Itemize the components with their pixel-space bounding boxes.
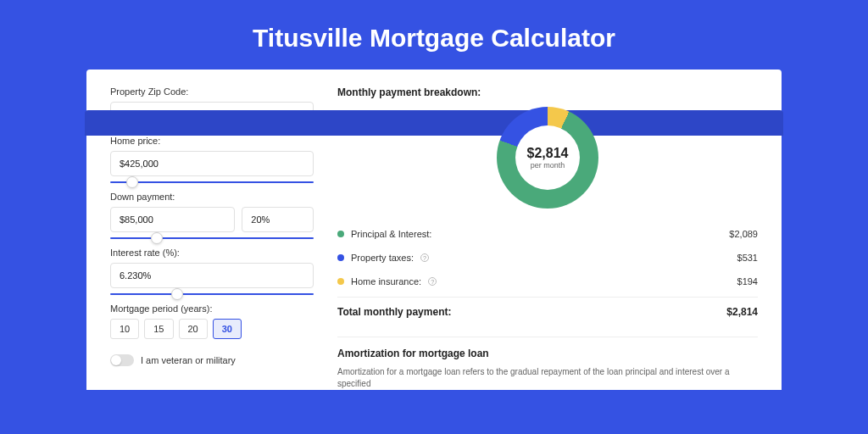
legend-principal-interest: Principal & Interest: $2,089	[337, 222, 758, 246]
slider-thumb[interactable]	[171, 288, 183, 300]
interest-rate-slider[interactable]	[110, 293, 314, 295]
home-price-label: Home price:	[110, 136, 314, 146]
legend-label: Property taxes:	[351, 253, 414, 263]
period-label: Mortgage period (years):	[110, 303, 314, 314]
legend-value: $194	[737, 276, 758, 287]
zip-label: Property Zip Code:	[110, 86, 314, 97]
total-label: Total monthly payment:	[337, 306, 451, 318]
donut-amount: $2,814	[527, 146, 569, 161]
page-title: Titusville Mortgage Calculator	[0, 0, 868, 70]
slider-thumb[interactable]	[126, 176, 138, 188]
dot-icon	[337, 231, 344, 237]
home-price-input[interactable]	[110, 151, 314, 176]
donut-center: $2,814 per month	[527, 146, 569, 170]
veteran-toggle[interactable]	[110, 354, 134, 366]
help-icon[interactable]: ?	[428, 277, 437, 286]
interest-rate-input[interactable]	[110, 263, 314, 288]
amortization-text: Amortization for a mortgage loan refers …	[337, 366, 758, 390]
legend-value: $531	[737, 253, 758, 263]
legend-value: $2,089	[729, 229, 758, 239]
down-payment-amount-input[interactable]	[110, 207, 235, 232]
legend-home-insurance: Home insurance: ? $194	[337, 270, 758, 293]
legend-label: Principal & Interest:	[351, 229, 431, 239]
down-payment-slider[interactable]	[110, 237, 314, 239]
legend-label: Home insurance:	[351, 276, 421, 287]
interest-rate-label: Interest rate (%):	[110, 248, 314, 258]
period-options: 10 15 20 30	[110, 319, 314, 339]
slider-thumb[interactable]	[151, 232, 163, 244]
donut-chart: $2,814 per month	[497, 107, 598, 209]
donut-per-month-label: per month	[527, 161, 569, 170]
amortization-title: Amortization for mortgage loan	[337, 348, 758, 359]
period-option-15[interactable]: 15	[144, 319, 173, 339]
dot-icon	[337, 254, 344, 261]
amortization-section: Amortization for mortgage loan Amortizat…	[337, 337, 758, 390]
period-option-10[interactable]: 10	[110, 319, 139, 339]
total-row: Total monthly payment: $2,814	[337, 297, 758, 326]
legend-property-taxes: Property taxes: ? $531	[337, 246, 758, 270]
down-payment-label: Down payment:	[110, 192, 314, 202]
help-icon[interactable]: ?	[420, 253, 429, 262]
card-shadow	[85, 110, 783, 136]
home-price-slider[interactable]	[110, 181, 314, 183]
breakdown-title: Monthly payment breakdown:	[337, 86, 758, 98]
period-option-20[interactable]: 20	[179, 319, 208, 339]
down-payment-percent-input[interactable]	[242, 207, 314, 232]
period-option-30[interactable]: 30	[213, 319, 242, 339]
dot-icon	[337, 278, 344, 285]
total-value: $2,814	[726, 306, 758, 318]
veteran-row: I am veteran or military	[110, 354, 314, 366]
veteran-label: I am veteran or military	[141, 355, 236, 365]
